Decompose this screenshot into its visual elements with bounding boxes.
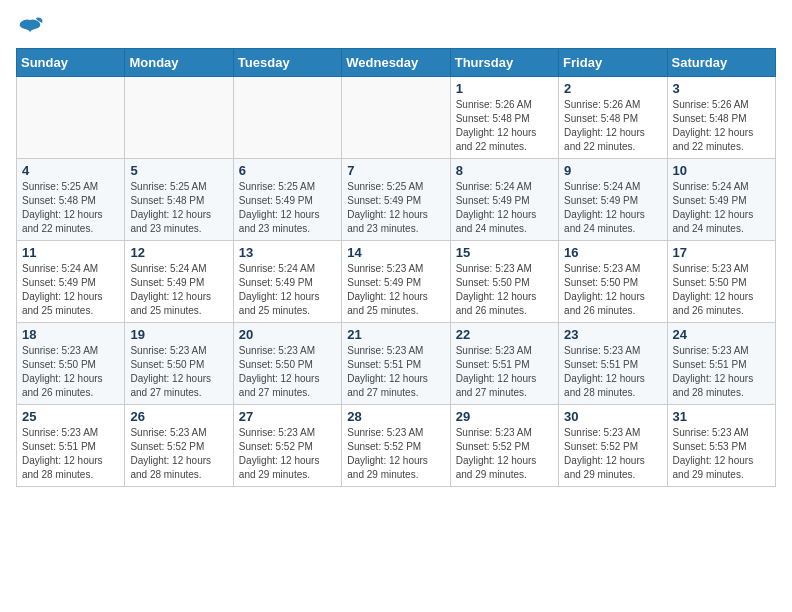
day-number: 11	[22, 245, 119, 260]
day-number: 25	[22, 409, 119, 424]
day-info: Sunrise: 5:23 AM Sunset: 5:50 PM Dayligh…	[22, 344, 119, 400]
calendar-week-row: 25Sunrise: 5:23 AM Sunset: 5:51 PM Dayli…	[17, 405, 776, 487]
day-number: 30	[564, 409, 661, 424]
calendar-cell: 24Sunrise: 5:23 AM Sunset: 5:51 PM Dayli…	[667, 323, 775, 405]
weekday-header-saturday: Saturday	[667, 49, 775, 77]
weekday-header-tuesday: Tuesday	[233, 49, 341, 77]
weekday-header-monday: Monday	[125, 49, 233, 77]
calendar-cell: 30Sunrise: 5:23 AM Sunset: 5:52 PM Dayli…	[559, 405, 667, 487]
day-number: 5	[130, 163, 227, 178]
day-number: 6	[239, 163, 336, 178]
weekday-header-friday: Friday	[559, 49, 667, 77]
day-info: Sunrise: 5:23 AM Sunset: 5:50 PM Dayligh…	[673, 262, 770, 318]
day-number: 9	[564, 163, 661, 178]
calendar-cell: 15Sunrise: 5:23 AM Sunset: 5:50 PM Dayli…	[450, 241, 558, 323]
day-number: 17	[673, 245, 770, 260]
calendar-week-row: 1Sunrise: 5:26 AM Sunset: 5:48 PM Daylig…	[17, 77, 776, 159]
day-number: 29	[456, 409, 553, 424]
calendar-cell: 11Sunrise: 5:24 AM Sunset: 5:49 PM Dayli…	[17, 241, 125, 323]
calendar-table: SundayMondayTuesdayWednesdayThursdayFrid…	[16, 48, 776, 487]
day-info: Sunrise: 5:23 AM Sunset: 5:50 PM Dayligh…	[564, 262, 661, 318]
day-info: Sunrise: 5:23 AM Sunset: 5:52 PM Dayligh…	[130, 426, 227, 482]
day-number: 22	[456, 327, 553, 342]
calendar-cell: 7Sunrise: 5:25 AM Sunset: 5:49 PM Daylig…	[342, 159, 450, 241]
day-info: Sunrise: 5:24 AM Sunset: 5:49 PM Dayligh…	[130, 262, 227, 318]
day-info: Sunrise: 5:23 AM Sunset: 5:51 PM Dayligh…	[564, 344, 661, 400]
day-info: Sunrise: 5:23 AM Sunset: 5:53 PM Dayligh…	[673, 426, 770, 482]
logo	[16, 16, 48, 40]
calendar-cell	[125, 77, 233, 159]
weekday-header-sunday: Sunday	[17, 49, 125, 77]
calendar-week-row: 4Sunrise: 5:25 AM Sunset: 5:48 PM Daylig…	[17, 159, 776, 241]
weekday-header-wednesday: Wednesday	[342, 49, 450, 77]
day-info: Sunrise: 5:23 AM Sunset: 5:50 PM Dayligh…	[239, 344, 336, 400]
calendar-cell: 12Sunrise: 5:24 AM Sunset: 5:49 PM Dayli…	[125, 241, 233, 323]
day-number: 2	[564, 81, 661, 96]
calendar-cell: 5Sunrise: 5:25 AM Sunset: 5:48 PM Daylig…	[125, 159, 233, 241]
calendar-cell: 23Sunrise: 5:23 AM Sunset: 5:51 PM Dayli…	[559, 323, 667, 405]
calendar-cell: 27Sunrise: 5:23 AM Sunset: 5:52 PM Dayli…	[233, 405, 341, 487]
day-info: Sunrise: 5:24 AM Sunset: 5:49 PM Dayligh…	[22, 262, 119, 318]
weekday-header-thursday: Thursday	[450, 49, 558, 77]
calendar-cell: 1Sunrise: 5:26 AM Sunset: 5:48 PM Daylig…	[450, 77, 558, 159]
day-info: Sunrise: 5:24 AM Sunset: 5:49 PM Dayligh…	[673, 180, 770, 236]
day-number: 15	[456, 245, 553, 260]
day-number: 31	[673, 409, 770, 424]
day-number: 16	[564, 245, 661, 260]
calendar-cell	[233, 77, 341, 159]
day-info: Sunrise: 5:25 AM Sunset: 5:49 PM Dayligh…	[347, 180, 444, 236]
logo-icon	[16, 16, 44, 40]
day-number: 4	[22, 163, 119, 178]
day-info: Sunrise: 5:23 AM Sunset: 5:50 PM Dayligh…	[130, 344, 227, 400]
calendar-cell: 26Sunrise: 5:23 AM Sunset: 5:52 PM Dayli…	[125, 405, 233, 487]
page-header	[16, 16, 776, 40]
day-number: 14	[347, 245, 444, 260]
calendar-cell: 17Sunrise: 5:23 AM Sunset: 5:50 PM Dayli…	[667, 241, 775, 323]
calendar-cell: 4Sunrise: 5:25 AM Sunset: 5:48 PM Daylig…	[17, 159, 125, 241]
day-number: 10	[673, 163, 770, 178]
day-number: 26	[130, 409, 227, 424]
day-info: Sunrise: 5:23 AM Sunset: 5:52 PM Dayligh…	[347, 426, 444, 482]
calendar-cell: 2Sunrise: 5:26 AM Sunset: 5:48 PM Daylig…	[559, 77, 667, 159]
calendar-cell: 18Sunrise: 5:23 AM Sunset: 5:50 PM Dayli…	[17, 323, 125, 405]
day-number: 28	[347, 409, 444, 424]
day-number: 12	[130, 245, 227, 260]
day-number: 13	[239, 245, 336, 260]
calendar-week-row: 11Sunrise: 5:24 AM Sunset: 5:49 PM Dayli…	[17, 241, 776, 323]
day-info: Sunrise: 5:23 AM Sunset: 5:52 PM Dayligh…	[564, 426, 661, 482]
calendar-cell: 19Sunrise: 5:23 AM Sunset: 5:50 PM Dayli…	[125, 323, 233, 405]
day-number: 3	[673, 81, 770, 96]
day-number: 27	[239, 409, 336, 424]
day-info: Sunrise: 5:25 AM Sunset: 5:48 PM Dayligh…	[130, 180, 227, 236]
day-number: 1	[456, 81, 553, 96]
day-info: Sunrise: 5:23 AM Sunset: 5:51 PM Dayligh…	[456, 344, 553, 400]
day-info: Sunrise: 5:24 AM Sunset: 5:49 PM Dayligh…	[456, 180, 553, 236]
calendar-cell: 16Sunrise: 5:23 AM Sunset: 5:50 PM Dayli…	[559, 241, 667, 323]
day-number: 18	[22, 327, 119, 342]
calendar-cell: 31Sunrise: 5:23 AM Sunset: 5:53 PM Dayli…	[667, 405, 775, 487]
day-info: Sunrise: 5:24 AM Sunset: 5:49 PM Dayligh…	[564, 180, 661, 236]
calendar-header-row: SundayMondayTuesdayWednesdayThursdayFrid…	[17, 49, 776, 77]
calendar-cell: 9Sunrise: 5:24 AM Sunset: 5:49 PM Daylig…	[559, 159, 667, 241]
day-number: 20	[239, 327, 336, 342]
day-info: Sunrise: 5:23 AM Sunset: 5:51 PM Dayligh…	[22, 426, 119, 482]
day-info: Sunrise: 5:26 AM Sunset: 5:48 PM Dayligh…	[564, 98, 661, 154]
day-number: 21	[347, 327, 444, 342]
calendar-cell	[17, 77, 125, 159]
day-info: Sunrise: 5:23 AM Sunset: 5:51 PM Dayligh…	[347, 344, 444, 400]
calendar-cell: 22Sunrise: 5:23 AM Sunset: 5:51 PM Dayli…	[450, 323, 558, 405]
day-info: Sunrise: 5:26 AM Sunset: 5:48 PM Dayligh…	[673, 98, 770, 154]
day-number: 24	[673, 327, 770, 342]
day-number: 8	[456, 163, 553, 178]
calendar-cell: 28Sunrise: 5:23 AM Sunset: 5:52 PM Dayli…	[342, 405, 450, 487]
calendar-cell: 25Sunrise: 5:23 AM Sunset: 5:51 PM Dayli…	[17, 405, 125, 487]
calendar-cell: 6Sunrise: 5:25 AM Sunset: 5:49 PM Daylig…	[233, 159, 341, 241]
day-info: Sunrise: 5:23 AM Sunset: 5:51 PM Dayligh…	[673, 344, 770, 400]
day-info: Sunrise: 5:26 AM Sunset: 5:48 PM Dayligh…	[456, 98, 553, 154]
calendar-cell: 8Sunrise: 5:24 AM Sunset: 5:49 PM Daylig…	[450, 159, 558, 241]
calendar-cell: 10Sunrise: 5:24 AM Sunset: 5:49 PM Dayli…	[667, 159, 775, 241]
calendar-cell: 14Sunrise: 5:23 AM Sunset: 5:49 PM Dayli…	[342, 241, 450, 323]
calendar-cell: 13Sunrise: 5:24 AM Sunset: 5:49 PM Dayli…	[233, 241, 341, 323]
day-info: Sunrise: 5:23 AM Sunset: 5:52 PM Dayligh…	[456, 426, 553, 482]
calendar-cell	[342, 77, 450, 159]
